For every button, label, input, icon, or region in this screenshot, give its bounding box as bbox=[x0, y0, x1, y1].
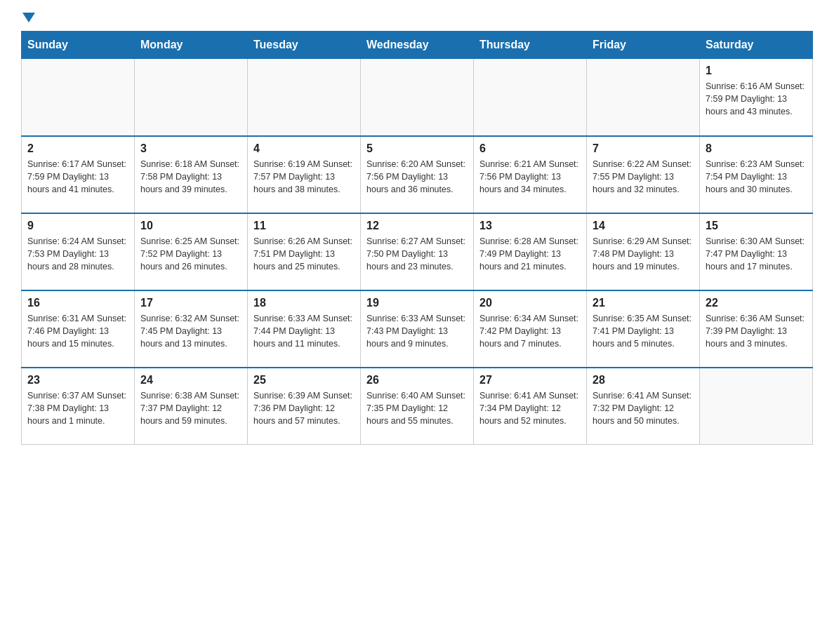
weekday-header-friday: Friday bbox=[587, 32, 700, 59]
day-info: Sunrise: 6:33 AM Sunset: 7:44 PM Dayligh… bbox=[253, 312, 355, 350]
day-number: 25 bbox=[253, 374, 355, 387]
day-info: Sunrise: 6:24 AM Sunset: 7:53 PM Dayligh… bbox=[27, 235, 128, 273]
calendar-cell bbox=[135, 59, 248, 136]
day-number: 9 bbox=[27, 220, 128, 232]
day-number: 7 bbox=[593, 142, 694, 155]
day-number: 26 bbox=[366, 374, 468, 387]
calendar-cell: 1Sunrise: 6:16 AM Sunset: 7:59 PM Daylig… bbox=[700, 59, 813, 136]
day-number: 23 bbox=[27, 374, 128, 387]
day-number: 20 bbox=[479, 297, 581, 309]
day-number: 19 bbox=[366, 297, 468, 309]
calendar-cell: 27Sunrise: 6:41 AM Sunset: 7:34 PM Dayli… bbox=[474, 368, 587, 445]
day-number: 28 bbox=[593, 374, 694, 387]
calendar-cell: 7Sunrise: 6:22 AM Sunset: 7:55 PM Daylig… bbox=[587, 136, 700, 213]
day-info: Sunrise: 6:27 AM Sunset: 7:50 PM Dayligh… bbox=[366, 235, 468, 273]
logo-triangle-icon bbox=[22, 13, 35, 22]
day-number: 5 bbox=[366, 142, 468, 155]
weekday-header-sunday: Sunday bbox=[22, 32, 135, 59]
day-number: 3 bbox=[140, 142, 241, 155]
day-number: 4 bbox=[253, 142, 355, 155]
day-number: 18 bbox=[253, 297, 355, 309]
day-number: 8 bbox=[706, 142, 807, 155]
day-info: Sunrise: 6:40 AM Sunset: 7:35 PM Dayligh… bbox=[366, 389, 468, 427]
day-info: Sunrise: 6:17 AM Sunset: 7:59 PM Dayligh… bbox=[27, 158, 128, 196]
day-number: 12 bbox=[366, 220, 468, 232]
day-number: 11 bbox=[253, 220, 355, 232]
day-number: 27 bbox=[479, 374, 581, 387]
day-info: Sunrise: 6:19 AM Sunset: 7:57 PM Dayligh… bbox=[253, 158, 355, 196]
calendar-cell: 21Sunrise: 6:35 AM Sunset: 7:41 PM Dayli… bbox=[587, 290, 700, 368]
calendar-cell bbox=[248, 59, 361, 136]
weekday-header-monday: Monday bbox=[135, 32, 248, 59]
calendar-cell: 19Sunrise: 6:33 AM Sunset: 7:43 PM Dayli… bbox=[361, 290, 474, 368]
day-number: 1 bbox=[706, 65, 807, 77]
calendar-cell: 2Sunrise: 6:17 AM Sunset: 7:59 PM Daylig… bbox=[22, 136, 135, 213]
day-info: Sunrise: 6:30 AM Sunset: 7:47 PM Dayligh… bbox=[706, 235, 807, 273]
calendar-cell: 28Sunrise: 6:41 AM Sunset: 7:32 PM Dayli… bbox=[587, 368, 700, 445]
calendar-cell: 16Sunrise: 6:31 AM Sunset: 7:46 PM Dayli… bbox=[22, 290, 135, 368]
calendar-cell: 15Sunrise: 6:30 AM Sunset: 7:47 PM Dayli… bbox=[700, 213, 813, 290]
calendar-cell: 6Sunrise: 6:21 AM Sunset: 7:56 PM Daylig… bbox=[474, 136, 587, 213]
calendar-cell bbox=[700, 368, 813, 445]
calendar-cell: 3Sunrise: 6:18 AM Sunset: 7:58 PM Daylig… bbox=[135, 136, 248, 213]
calendar-cell: 17Sunrise: 6:32 AM Sunset: 7:45 PM Dayli… bbox=[135, 290, 248, 368]
day-number: 13 bbox=[479, 220, 581, 232]
day-info: Sunrise: 6:22 AM Sunset: 7:55 PM Dayligh… bbox=[593, 158, 694, 196]
day-info: Sunrise: 6:36 AM Sunset: 7:39 PM Dayligh… bbox=[706, 312, 807, 350]
weekday-header-wednesday: Wednesday bbox=[361, 32, 474, 59]
calendar-cell: 24Sunrise: 6:38 AM Sunset: 7:37 PM Dayli… bbox=[135, 368, 248, 445]
day-info: Sunrise: 6:23 AM Sunset: 7:54 PM Dayligh… bbox=[706, 158, 807, 196]
day-number: 16 bbox=[27, 297, 128, 309]
day-info: Sunrise: 6:32 AM Sunset: 7:45 PM Dayligh… bbox=[140, 312, 241, 350]
calendar-cell: 13Sunrise: 6:28 AM Sunset: 7:49 PM Dayli… bbox=[474, 213, 587, 290]
day-info: Sunrise: 6:33 AM Sunset: 7:43 PM Dayligh… bbox=[366, 312, 468, 350]
day-number: 22 bbox=[706, 297, 807, 309]
day-number: 17 bbox=[140, 297, 241, 309]
calendar-cell: 26Sunrise: 6:40 AM Sunset: 7:35 PM Dayli… bbox=[361, 368, 474, 445]
calendar-cell: 22Sunrise: 6:36 AM Sunset: 7:39 PM Dayli… bbox=[700, 290, 813, 368]
calendar-cell: 11Sunrise: 6:26 AM Sunset: 7:51 PM Dayli… bbox=[248, 213, 361, 290]
day-info: Sunrise: 6:34 AM Sunset: 7:42 PM Dayligh… bbox=[479, 312, 581, 350]
calendar-cell: 10Sunrise: 6:25 AM Sunset: 7:52 PM Dayli… bbox=[135, 213, 248, 290]
day-info: Sunrise: 6:41 AM Sunset: 7:34 PM Dayligh… bbox=[479, 389, 581, 427]
day-info: Sunrise: 6:20 AM Sunset: 7:56 PM Dayligh… bbox=[366, 158, 468, 196]
day-info: Sunrise: 6:16 AM Sunset: 7:59 PM Dayligh… bbox=[706, 80, 807, 118]
day-number: 15 bbox=[706, 220, 807, 232]
calendar-cell: 8Sunrise: 6:23 AM Sunset: 7:54 PM Daylig… bbox=[700, 136, 813, 213]
calendar-cell: 5Sunrise: 6:20 AM Sunset: 7:56 PM Daylig… bbox=[361, 136, 474, 213]
calendar-cell: 23Sunrise: 6:37 AM Sunset: 7:38 PM Dayli… bbox=[22, 368, 135, 445]
calendar-cell: 20Sunrise: 6:34 AM Sunset: 7:42 PM Dayli… bbox=[474, 290, 587, 368]
calendar-cell bbox=[587, 59, 700, 136]
day-number: 2 bbox=[27, 142, 128, 155]
day-info: Sunrise: 6:25 AM Sunset: 7:52 PM Dayligh… bbox=[140, 235, 241, 273]
day-number: 24 bbox=[140, 374, 241, 387]
calendar-cell: 12Sunrise: 6:27 AM Sunset: 7:50 PM Dayli… bbox=[361, 213, 474, 290]
calendar-cell: 14Sunrise: 6:29 AM Sunset: 7:48 PM Dayli… bbox=[587, 213, 700, 290]
day-number: 14 bbox=[593, 220, 694, 232]
day-info: Sunrise: 6:21 AM Sunset: 7:56 PM Dayligh… bbox=[479, 158, 581, 196]
logo bbox=[21, 14, 35, 24]
day-info: Sunrise: 6:38 AM Sunset: 7:37 PM Dayligh… bbox=[140, 389, 241, 427]
calendar-cell: 18Sunrise: 6:33 AM Sunset: 7:44 PM Dayli… bbox=[248, 290, 361, 368]
weekday-header-thursday: Thursday bbox=[474, 32, 587, 59]
calendar-cell bbox=[361, 59, 474, 136]
page-header bbox=[21, 14, 813, 24]
weekday-header-tuesday: Tuesday bbox=[248, 32, 361, 59]
day-info: Sunrise: 6:28 AM Sunset: 7:49 PM Dayligh… bbox=[479, 235, 581, 273]
calendar-table: SundayMondayTuesdayWednesdayThursdayFrid… bbox=[21, 31, 813, 445]
calendar-cell: 4Sunrise: 6:19 AM Sunset: 7:57 PM Daylig… bbox=[248, 136, 361, 213]
day-info: Sunrise: 6:35 AM Sunset: 7:41 PM Dayligh… bbox=[593, 312, 694, 350]
day-info: Sunrise: 6:37 AM Sunset: 7:38 PM Dayligh… bbox=[27, 389, 128, 427]
day-number: 6 bbox=[479, 142, 581, 155]
day-info: Sunrise: 6:29 AM Sunset: 7:48 PM Dayligh… bbox=[593, 235, 694, 273]
day-info: Sunrise: 6:31 AM Sunset: 7:46 PM Dayligh… bbox=[27, 312, 128, 350]
calendar-cell bbox=[474, 59, 587, 136]
day-info: Sunrise: 6:39 AM Sunset: 7:36 PM Dayligh… bbox=[253, 389, 355, 427]
day-number: 10 bbox=[140, 220, 241, 232]
day-info: Sunrise: 6:26 AM Sunset: 7:51 PM Dayligh… bbox=[253, 235, 355, 273]
day-number: 21 bbox=[593, 297, 694, 309]
day-info: Sunrise: 6:41 AM Sunset: 7:32 PM Dayligh… bbox=[593, 389, 694, 427]
day-info: Sunrise: 6:18 AM Sunset: 7:58 PM Dayligh… bbox=[140, 158, 241, 196]
calendar-cell: 9Sunrise: 6:24 AM Sunset: 7:53 PM Daylig… bbox=[22, 213, 135, 290]
calendar-cell: 25Sunrise: 6:39 AM Sunset: 7:36 PM Dayli… bbox=[248, 368, 361, 445]
